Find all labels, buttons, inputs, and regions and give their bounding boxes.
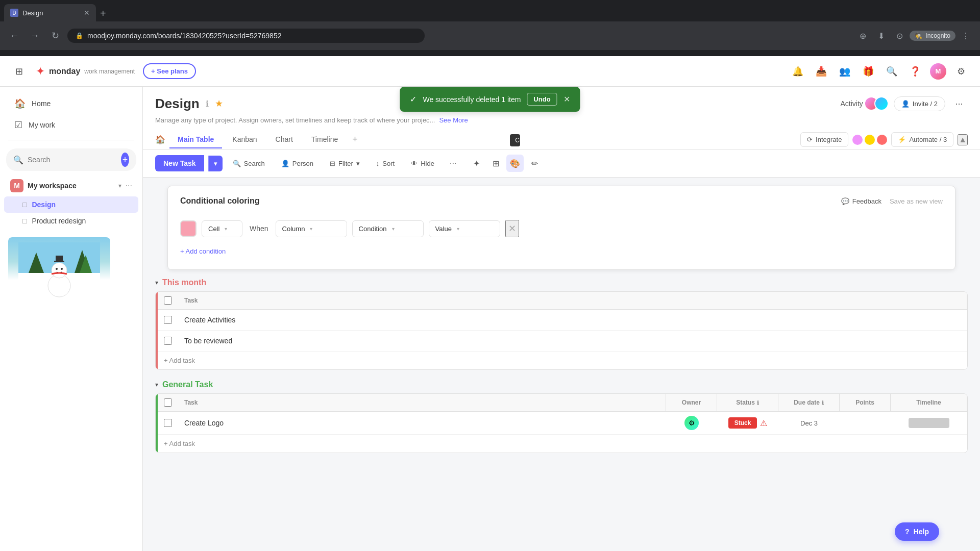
workspace-more-icon[interactable]: ··· — [126, 181, 132, 190]
group-toggle-btn[interactable]: ▾ — [155, 279, 158, 286]
invite-btn[interactable]: 👤 Invite / 2 — [894, 96, 945, 111]
info-icon[interactable]: ℹ — [206, 99, 209, 109]
tab-kanban[interactable]: Kanban — [224, 131, 265, 148]
profile-btn[interactable]: ⊙ — [891, 28, 908, 44]
feedback-link[interactable]: 💬 Feedback — [841, 197, 881, 205]
logo-area: ✦ monday work management — [36, 65, 135, 78]
star-icon[interactable]: ★ — [215, 98, 223, 109]
tab-add-btn[interactable]: + — [348, 130, 362, 149]
board-icon-2: □ — [22, 217, 27, 225]
select-all-checkbox-2[interactable] — [164, 398, 172, 407]
group-by-btn[interactable]: ⊞ — [487, 155, 504, 172]
sidebar-board-product-redesign[interactable]: □ Product redesign — [4, 213, 138, 229]
person-toolbar-btn[interactable]: 👤 Person — [275, 156, 320, 171]
page-title: Design — [155, 96, 200, 112]
extensions-btn[interactable]: ⊕ — [854, 28, 871, 44]
invite-label: Invite / 2 — [913, 100, 938, 108]
search-icon: 🔍 — [233, 160, 241, 167]
settings-btn[interactable]: ⚙ — [952, 63, 970, 80]
automate-btn[interactable]: ⚡ Automate / 3 — [891, 132, 953, 147]
search-toolbar-btn[interactable]: 🔍 Search — [227, 156, 271, 171]
browser-settings-btn[interactable]: ⋮ — [958, 28, 974, 44]
sidebar-item-home[interactable]: 🏠 Home — [4, 93, 138, 114]
see-more-link[interactable]: See More — [439, 116, 468, 124]
notifications-btn[interactable]: 🔔 — [789, 63, 806, 80]
add-task-btn[interactable]: + Add task — [158, 352, 967, 369]
edit-view-btn[interactable]: ✏ — [526, 155, 543, 172]
refresh-btn[interactable]: ↻ — [47, 28, 63, 44]
tab-close-btn[interactable]: ✕ — [84, 9, 90, 17]
address-bar[interactable]: 🔒 moodjoy.monday.com/boards/1830420525?u… — [67, 29, 425, 43]
condition-select-dropdown[interactable]: Condition ▾ — [352, 220, 424, 237]
sidebar-board-design[interactable]: □ Design — [4, 196, 138, 213]
user-avatar[interactable]: M — [930, 63, 946, 80]
kanban-label: Kanban — [232, 135, 257, 143]
browser-tab[interactable]: D Design ✕ — [4, 4, 96, 21]
cell-select[interactable]: Cell ▾ — [202, 220, 242, 237]
gift-btn[interactable]: 🎁 — [860, 63, 877, 80]
board-content: Conditional coloring 💬 Feedback Save as … — [143, 178, 980, 551]
points-header: Points — [840, 394, 891, 411]
tab-timeline[interactable]: Timeline — [303, 131, 346, 148]
board-label-2: Product redesign — [32, 217, 86, 225]
conditional-coloring-btn[interactable]: 🎨 Conditional coloring — [506, 155, 524, 172]
page-more-btn[interactable]: ··· — [950, 95, 968, 112]
help-icon-btn[interactable]: ❓ — [906, 63, 924, 80]
sidebar-item-my-work[interactable]: ☑ My work — [4, 114, 138, 136]
home-label: Home — [32, 99, 51, 108]
task-checkbox[interactable] — [164, 337, 172, 345]
add-task-btn-general[interactable]: + Add task — [158, 435, 967, 453]
collapse-btn[interactable]: ▲ — [958, 134, 968, 145]
integration-icon-2 — [865, 135, 875, 145]
new-task-dropdown-btn[interactable]: ▾ — [208, 156, 223, 171]
status-cell[interactable]: Stuck ⚠ — [717, 413, 778, 433]
see-plans-btn[interactable]: + See plans — [143, 63, 196, 79]
forward-btn[interactable]: → — [27, 28, 43, 44]
group-toggle-btn-2[interactable]: ▾ — [155, 381, 158, 388]
date-cell: Dec 3 — [778, 415, 840, 431]
column-select[interactable]: Column ▾ — [276, 220, 347, 237]
people-btn[interactable]: 👥 — [836, 63, 853, 80]
select-all-checkbox[interactable] — [164, 296, 172, 305]
value-select-chevron: ▾ — [457, 226, 459, 232]
hide-toolbar-btn[interactable]: 👁 Hide — [405, 156, 440, 171]
tab-main-table[interactable]: Main Table — [169, 131, 222, 148]
inbox-btn[interactable]: 📥 — [813, 63, 830, 80]
star-view-btn[interactable]: ✦ — [468, 155, 485, 172]
more-toolbar-btn[interactable]: ··· — [445, 155, 461, 171]
help-btn[interactable]: ? Help — [895, 522, 939, 541]
url-text: moodjoy.monday.com/boards/1830420525?use… — [87, 32, 281, 40]
sort-toolbar-btn[interactable]: ↕ Sort — [370, 156, 401, 171]
sidebar-add-btn[interactable]: + — [121, 153, 129, 167]
add-condition-btn[interactable]: + Add condition — [180, 243, 943, 259]
workspace-section[interactable]: M My workspace ▾ ··· — [0, 175, 142, 196]
activity-btn[interactable]: Activity — [841, 96, 889, 111]
general-row-checkbox[interactable] — [158, 419, 178, 427]
task-checkbox-general[interactable] — [164, 419, 172, 427]
snowman-area — [0, 229, 142, 307]
integrate-btn[interactable]: ⟳ Integrate — [800, 132, 848, 147]
search-input[interactable] — [28, 156, 117, 164]
filter-toolbar-btn[interactable]: ⊟ Filter ▾ — [324, 156, 366, 171]
owner-header: Owner — [666, 394, 717, 411]
row-checkbox-1[interactable] — [158, 316, 178, 324]
toast-close-btn[interactable]: ✕ — [564, 94, 570, 104]
tab-chart[interactable]: Chart — [267, 131, 301, 148]
grid-menu-btn[interactable]: ⊞ — [10, 63, 28, 80]
back-btn[interactable]: ← — [6, 28, 22, 44]
downloads-btn[interactable]: ⬇ — [873, 28, 889, 44]
status-badge: Stuck — [728, 417, 757, 429]
value-select[interactable]: Value ▾ — [429, 220, 500, 237]
new-tab-btn[interactable]: + — [96, 6, 110, 21]
save-view-btn[interactable]: Save as new view — [890, 197, 943, 205]
owner-avatar[interactable]: ⚙ — [684, 416, 699, 430]
remove-condition-btn[interactable]: ✕ — [505, 220, 519, 237]
task-checkbox[interactable] — [164, 316, 172, 324]
search-btn[interactable]: 🔍 — [883, 63, 900, 80]
color-swatch[interactable] — [180, 220, 197, 237]
toast-undo-btn[interactable]: Undo — [527, 93, 557, 106]
row-checkbox-2[interactable] — [158, 337, 178, 345]
svg-point-6 — [52, 263, 67, 278]
incognito-badge: 🕵 Incognito — [910, 31, 955, 41]
new-task-btn[interactable]: New Task — [155, 155, 204, 171]
